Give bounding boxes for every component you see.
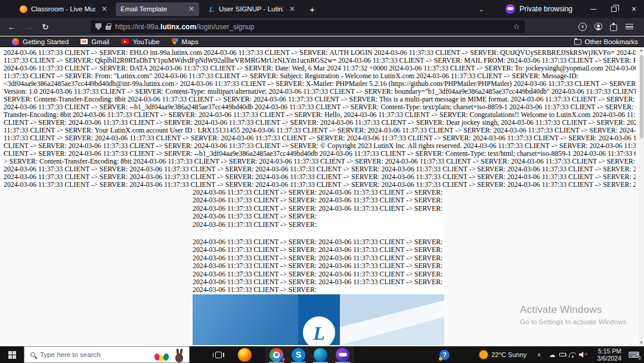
close-window-button[interactable]: ×	[624, 0, 644, 18]
battery-icon[interactable]	[558, 350, 566, 359]
taskbar-firefox[interactable]	[234, 346, 256, 363]
classroom-favicon-icon	[20, 5, 27, 13]
reload-button[interactable]: ↻	[37, 19, 54, 35]
system-tray: ☁ ×	[548, 350, 587, 359]
back-button[interactable]: ←	[4, 19, 20, 35]
log-line: 2024-03-06 11:37:33 CLIENT -> SERVER: 20…	[193, 189, 444, 196]
log-line: 2024-03-06 11:37:33 CLIENT -> SERVER: 20…	[193, 262, 444, 270]
task-view-icon	[215, 352, 222, 358]
log-line: 2024-03-06 11:37:33 CLIENT -> SERVER:	[193, 221, 444, 229]
private-mask-icon	[506, 4, 515, 14]
log-line: CLIENT -> SERVER: 2024-03-06 11:37:33 CL…	[4, 119, 636, 127]
easter-eggs-doodle	[154, 348, 188, 362]
weather-label: 22°C Sunny	[491, 351, 527, 358]
log-line: 2024-03-06 11:37:33 CLIENT -> SERVER: 20…	[193, 246, 444, 254]
account-button[interactable]	[590, 19, 606, 35]
minimize-button[interactable]	[583, 0, 603, 18]
log-line: CLIENT -> SERVER: 2024-03-06 11:37:33 CL…	[4, 142, 636, 150]
tab-close-icon[interactable]: ✕	[101, 5, 107, 13]
clock-time: 5:15 PM	[592, 347, 621, 355]
url-bar[interactable]: https://int-99a.lutinx.com/login/user_si…	[91, 20, 525, 33]
restore-button[interactable]	[603, 0, 624, 18]
watermark-title: Activate Windows	[520, 304, 628, 316]
tab-strip: Classroom - Live Music Tutor ✕ Email Tem…	[15, 0, 315, 18]
bookmark-maps[interactable]: Maps	[172, 38, 199, 45]
new-tab-button[interactable]: +	[309, 4, 315, 14]
log-line: 2024-03-06 11:37:33 CLIENT -> SERVER: --…	[4, 103, 636, 111]
log-line: 2024-03-06 11:37:33 CLIENT -> SERVER: 20…	[193, 254, 444, 262]
windows-taskbar: S ? 22°C Sunny ∧ ☁ × 5:15 PM 3/6/2024 ⌨2	[0, 346, 644, 363]
bookmark-gmail[interactable]: M Gmail	[80, 38, 109, 45]
clock-date: 3/6/2024	[592, 355, 621, 362]
forward-button[interactable]: →	[20, 19, 37, 35]
weather-widget[interactable]: 22°C Sunny	[479, 350, 527, 359]
firefox-icon	[12, 38, 19, 45]
search-input[interactable]	[40, 351, 123, 358]
tab-classroom[interactable]: Classroom - Live Music Tutor ✕	[15, 2, 112, 16]
tab-close-icon[interactable]: ✕	[188, 5, 194, 13]
scrollbar-up-arrow-icon[interactable]: ▲	[639, 47, 644, 54]
tab-title: Email Template	[120, 5, 167, 13]
extensions-button[interactable]	[606, 19, 621, 35]
private-browsing-mask-icon	[336, 348, 349, 362]
taskbar-clock[interactable]: 5:15 PM 3/6/2024	[592, 347, 621, 362]
log-line: CLIENT -> SERVER: 2024-03-06 11:37:33 CL…	[4, 150, 636, 158]
tab-user-signup[interactable]: L User SIGNUP - LutinX.com ✕	[203, 2, 300, 16]
scrollbar-down-arrow-icon[interactable]: ▼	[639, 340, 644, 346]
page-content: 2024-03-06 11:37:33 CLIENT -> SERVER: EH…	[0, 47, 644, 346]
tab-title: User SIGNUP - LutinX.com	[219, 5, 283, 13]
lutinx-favicon-icon: L	[208, 5, 215, 13]
lutinx-logo-icon: L	[312, 322, 325, 344]
page-scrollbar[interactable]: ▲ ▼	[639, 47, 644, 346]
sunny-icon	[479, 350, 488, 359]
keyboard-badge: 2	[639, 355, 641, 361]
app-menu-button[interactable]	[621, 19, 637, 35]
bookmark-youtube[interactable]: YouTube	[121, 38, 159, 45]
log-line: 2024-03-06 11:37:33 CLIENT -> SERVER: 20…	[193, 238, 444, 246]
watermark-subtitle: Go to Settings to activate Windows.	[520, 318, 628, 325]
taskbar-chrome[interactable]	[265, 346, 287, 363]
firefox-icon	[238, 348, 252, 362]
browser-titlebar: Classroom - Live Music Tutor ✕ Email Tem…	[0, 0, 644, 18]
tab-email-template[interactable]: Email Template ✕	[116, 2, 199, 16]
tab-close-icon[interactable]: ✕	[289, 5, 295, 13]
youtube-icon	[121, 39, 129, 44]
log-line: Transfer-Encoding: 8bit 2024-03-06 11:37…	[4, 111, 636, 119]
block-gap	[193, 229, 444, 238]
edge-icon	[314, 348, 327, 362]
chocolate-bunny-icon	[175, 353, 183, 362]
pocket-button[interactable]: ∨	[575, 19, 590, 35]
volume-muted-icon[interactable]: ×	[578, 350, 587, 359]
https-lock-icon[interactable]	[106, 26, 111, 30]
task-view-button[interactable]	[208, 346, 229, 363]
list-all-tabs-chevron-icon[interactable]: ⌄	[473, 6, 489, 13]
taskbar-firefox-private[interactable]	[332, 346, 354, 363]
toolbar-buttons: ∨	[575, 19, 637, 35]
log-line: > SERVER: Content-Transfer-Encoding: 8bi…	[4, 158, 636, 165]
onedrive-cloud-icon[interactable]: ☁	[548, 350, 556, 359]
taskbar-edge[interactable]	[309, 346, 332, 363]
log-line: 2024-03-06 11:37:33 CLIENT -> SERVER: 20…	[4, 165, 636, 173]
touch-keyboard-button[interactable]: ⌨2	[626, 350, 642, 359]
taskbar-skype[interactable]: S	[287, 346, 309, 363]
log-line: 2024-03-06 11:37:33 CLIENT -> SERVER: 20…	[193, 196, 444, 204]
log-line: 2024-03-06 11:37:33 CLIENT -> SERVER: EH…	[4, 49, 636, 57]
windows-logo-icon	[8, 351, 16, 359]
show-hidden-icons-chevron-icon[interactable]: ∧	[535, 352, 543, 358]
log-line: 2024-03-06 11:37:33 CLIENT -> SERVER: DA…	[4, 64, 636, 72]
email-banner-graphic: L	[193, 294, 444, 345]
bookmark-label: Gmail	[91, 38, 109, 45]
wifi-icon[interactable]	[568, 350, 577, 359]
start-button[interactable]	[0, 346, 24, 363]
private-browsing-indicator: Private browsing	[506, 4, 572, 14]
browser-toolbar: ← → ↻ https://int-99a.lutinx.com/login/u…	[0, 18, 644, 36]
other-bookmarks-button[interactable]: Other Bookmarks	[574, 38, 638, 45]
log-line: 2024-03-06 11:37:33 CLIENT -> SERVER: 20…	[4, 173, 636, 181]
get-help-button[interactable]: ?	[439, 350, 450, 360]
scrollbar-thumb[interactable]	[640, 55, 643, 139]
bookmark-star-icon[interactable]: ☆	[513, 22, 520, 31]
bookmark-getting-started[interactable]: Getting Started	[12, 38, 69, 45]
tracking-shield-icon[interactable]	[95, 23, 101, 30]
log-line: 11:37:33 CLIENT -> SERVER: From: "Lutinx…	[4, 72, 636, 80]
taskbar-search-box[interactable]	[24, 346, 190, 363]
